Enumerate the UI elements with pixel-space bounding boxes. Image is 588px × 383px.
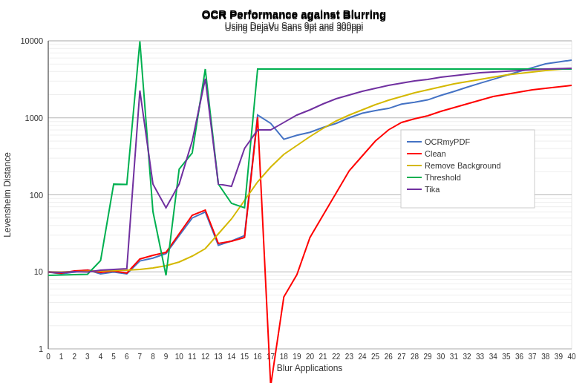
chart-subtitle-text: Using DejaVu Sans 9pt and 300ppi — [0, 21, 588, 31]
svg-text:1: 1 — [59, 353, 64, 361]
svg-text:11: 11 — [188, 353, 197, 361]
svg-text:29: 29 — [424, 353, 433, 361]
chart-title-text: OCR Performance against Blurring — [0, 7, 588, 20]
y-axis-label: Levensheim Distance — [2, 152, 13, 238]
svg-text:100: 100 — [30, 191, 43, 200]
svg-text:31: 31 — [450, 353, 459, 361]
svg-text:Clean: Clean — [425, 149, 446, 158]
svg-text:10000: 10000 — [20, 36, 43, 45]
svg-text:4: 4 — [99, 353, 103, 361]
svg-text:40: 40 — [567, 353, 576, 361]
svg-text:30: 30 — [437, 353, 445, 361]
svg-text:2: 2 — [73, 353, 77, 361]
svg-text:5: 5 — [111, 353, 116, 361]
svg-text:38: 38 — [541, 353, 550, 361]
svg-text:Threshold: Threshold — [425, 173, 461, 182]
svg-text:35: 35 — [502, 353, 511, 361]
svg-text:3: 3 — [85, 353, 90, 361]
svg-text:24: 24 — [358, 353, 367, 361]
svg-text:39: 39 — [555, 353, 564, 361]
svg-text:10: 10 — [175, 353, 184, 361]
svg-text:Remove Background: Remove Background — [425, 161, 501, 170]
svg-text:26: 26 — [385, 353, 393, 361]
svg-text:25: 25 — [371, 353, 380, 361]
svg-text:21: 21 — [319, 353, 328, 361]
svg-text:15: 15 — [241, 353, 249, 361]
svg-text:18: 18 — [280, 353, 289, 361]
svg-text:1: 1 — [39, 344, 43, 353]
svg-text:Tika: Tika — [425, 185, 440, 194]
svg-text:34: 34 — [489, 353, 498, 361]
x-axis-label: Blur Applications — [277, 363, 343, 373]
svg-text:14: 14 — [227, 353, 236, 361]
svg-text:23: 23 — [345, 353, 354, 361]
svg-text:13: 13 — [215, 353, 223, 361]
svg-text:28: 28 — [411, 353, 419, 361]
svg-text:20: 20 — [306, 353, 315, 361]
svg-text:12: 12 — [201, 353, 210, 361]
svg-text:36: 36 — [515, 353, 524, 361]
svg-text:8: 8 — [151, 353, 155, 361]
svg-text:9: 9 — [164, 353, 169, 361]
svg-text:19: 19 — [293, 353, 301, 361]
svg-text:32: 32 — [463, 353, 471, 361]
svg-text:16: 16 — [253, 353, 262, 361]
chart-container: OCR Performance against Blurring Using D… — [0, 0, 588, 383]
svg-text:1000: 1000 — [25, 114, 43, 122]
svg-text:27: 27 — [397, 353, 406, 361]
svg-text:22: 22 — [332, 353, 341, 361]
svg-text:0: 0 — [46, 353, 50, 361]
svg-text:7: 7 — [138, 353, 143, 361]
svg-text:6: 6 — [125, 353, 129, 361]
svg-text:OCRmyPDF: OCRmyPDF — [425, 137, 470, 146]
svg-text:33: 33 — [476, 353, 485, 361]
svg-text:37: 37 — [529, 353, 538, 361]
svg-text:10: 10 — [34, 267, 43, 276]
